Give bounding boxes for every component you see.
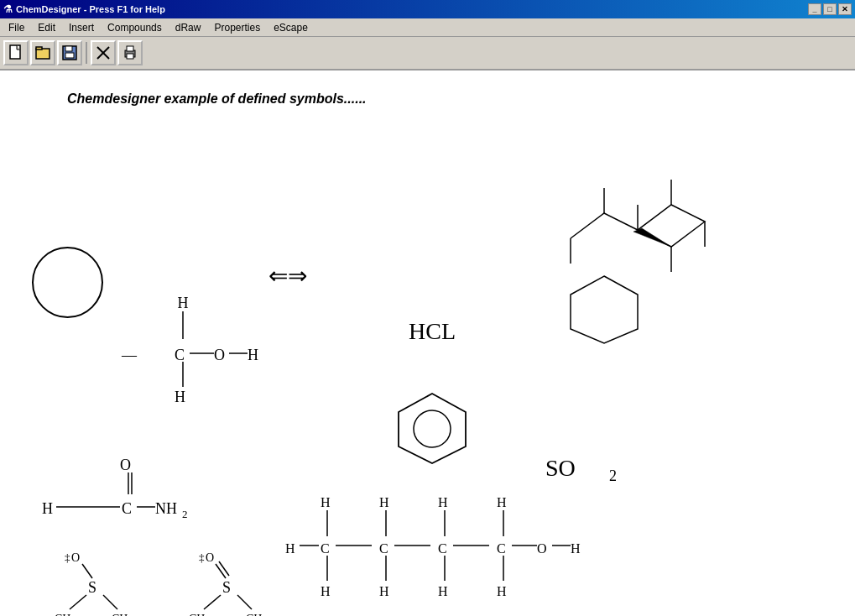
svg-line-76 — [70, 595, 86, 609]
window-title: ChemDesigner - Press F1 for Help — [16, 4, 165, 14]
print-button[interactable] — [117, 40, 143, 65]
dmso2-structure: ‡ O S CH 3 CH 3 — [180, 549, 298, 616]
delete-button[interactable] — [91, 40, 116, 65]
svg-text:NH: NH — [155, 500, 177, 517]
svg-point-30 — [414, 410, 451, 447]
svg-line-77 — [103, 595, 117, 609]
svg-text:2: 2 — [182, 508, 188, 520]
svg-text:‡: ‡ — [65, 551, 70, 564]
double-arrow-symbol: ⇐⇒ — [268, 262, 307, 290]
svg-text:CH: CH — [189, 613, 205, 616]
svg-text:S: S — [88, 579, 96, 596]
svg-rect-5 — [65, 53, 74, 58]
circle-structure — [32, 247, 103, 318]
menu-draw[interactable]: dRaw — [169, 20, 208, 35]
svg-text:C: C — [438, 541, 447, 556]
menu-properties[interactable]: Properties — [207, 20, 267, 35]
toolbar-separator — [86, 42, 87, 64]
menu-bar: File Edit Insert Compounds dRaw Properti… — [0, 18, 855, 37]
svg-line-85 — [219, 561, 229, 576]
svg-text:H: H — [379, 495, 389, 509]
svg-text:C: C — [321, 541, 330, 556]
benzene-ring — [390, 389, 474, 469]
svg-rect-2 — [36, 47, 42, 50]
svg-text:‡: ‡ — [199, 551, 205, 564]
svg-rect-0 — [10, 45, 20, 59]
window-controls[interactable]: _ □ ✕ — [808, 3, 852, 15]
svg-text:H: H — [438, 495, 448, 509]
maximize-button[interactable]: □ — [823, 3, 837, 15]
minimize-button[interactable]: _ — [808, 3, 821, 15]
svg-text:H: H — [571, 541, 581, 556]
hcl-structure: HCL — [409, 318, 456, 345]
open-button[interactable] — [30, 40, 55, 65]
so2-structure: SO 2 — [545, 444, 638, 486]
svg-text:H: H — [175, 389, 185, 405]
svg-text:CH: CH — [55, 613, 70, 616]
toolbar — [0, 37, 855, 70]
cyclohexane-ring — [562, 272, 646, 347]
main-canvas[interactable]: Chemdesigner example of defined symbols.… — [0, 70, 855, 616]
new-button[interactable] — [3, 40, 29, 65]
svg-marker-28 — [571, 276, 638, 343]
svg-text:O: O — [214, 347, 225, 363]
title-bar: ⚗ ChemDesigner - Press F1 for Help _ □ ✕ — [0, 0, 855, 18]
app-icon: ⚗ — [3, 3, 13, 15]
svg-text:H: H — [438, 584, 448, 598]
svg-text:H: H — [248, 347, 258, 363]
svg-text:CH: CH — [246, 613, 262, 616]
canvas-title: Chemdesigner example of defined symbols.… — [67, 91, 367, 107]
svg-text:H: H — [321, 584, 331, 598]
svg-text:O: O — [206, 551, 214, 564]
svg-text:CH: CH — [112, 613, 128, 616]
menu-compounds[interactable]: Compounds — [101, 20, 169, 35]
svg-rect-10 — [127, 54, 133, 59]
svg-text:O: O — [120, 457, 131, 473]
menu-edit[interactable]: Edit — [31, 20, 62, 35]
menu-file[interactable]: File — [2, 20, 31, 35]
svg-text:2: 2 — [609, 467, 617, 484]
dmso1-structure: ‡ O S CH 3 CH 3 — [46, 549, 164, 616]
svg-rect-1 — [36, 49, 50, 59]
svg-text:H: H — [321, 495, 331, 509]
svg-text:C: C — [175, 347, 185, 363]
svg-text:H: H — [497, 495, 507, 509]
chair-conformation — [554, 180, 722, 280]
menu-escape[interactable]: eScape — [267, 20, 315, 35]
svg-marker-29 — [399, 394, 466, 463]
svg-text:H: H — [42, 500, 53, 517]
svg-text:C: C — [379, 541, 388, 556]
svg-text:O: O — [71, 551, 80, 564]
close-button[interactable]: ✕ — [838, 3, 852, 15]
svg-line-87 — [204, 595, 221, 609]
svg-line-84 — [216, 564, 226, 578]
svg-text:S: S — [222, 579, 231, 596]
formamide-structure: O H C NH 2 — [42, 457, 260, 557]
svg-text:C: C — [122, 500, 132, 517]
svg-text:O: O — [537, 541, 547, 556]
svg-line-88 — [237, 595, 252, 609]
svg-text:—: — — [121, 347, 138, 363]
svg-text:H: H — [497, 584, 507, 598]
menu-insert[interactable]: Insert — [62, 20, 101, 35]
svg-text:H: H — [178, 295, 189, 311]
svg-text:H: H — [379, 584, 389, 598]
save-button[interactable] — [57, 40, 82, 65]
svg-rect-9 — [127, 46, 133, 51]
svg-text:C: C — [497, 541, 506, 556]
svg-text:SO: SO — [545, 455, 576, 481]
svg-rect-4 — [65, 46, 72, 51]
methanol-structure: H — C O H H — [117, 293, 302, 427]
svg-line-74 — [82, 564, 92, 578]
butanol-structure: H H H H H C C C C O H H H H H — [285, 490, 638, 616]
svg-marker-21 — [633, 228, 671, 247]
